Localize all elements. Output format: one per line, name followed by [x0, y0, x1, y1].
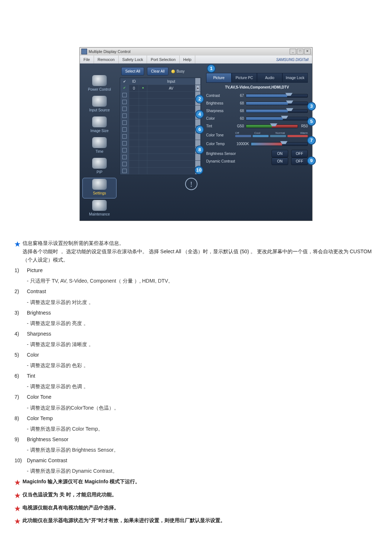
brand-label: SAMSUNG DIGITall [195, 56, 312, 63]
intro-line-2: 选择各个功能时 ， 选定功能的设定值显示在滚动条中。 选择 Select All… [23, 249, 372, 263]
star-icon: ★ [15, 504, 23, 514]
sidebar-item-pip[interactable]: PIP [83, 157, 116, 177]
header-checkbox[interactable]: ✔ [120, 78, 129, 85]
sidebar-item-settings[interactable]: Settings [82, 178, 117, 198]
row-id: 0 [129, 85, 139, 91]
info-icon[interactable]: ! [185, 178, 197, 190]
header-input: Input [147, 78, 195, 85]
grid-row[interactable] [120, 112, 201, 119]
doc-item-sub: - 调整所选显示器的 Dynamic Contrast。 [15, 467, 377, 475]
select-all-button[interactable]: Select All [121, 67, 144, 75]
dynamic-on-button[interactable]: ON [271, 157, 288, 165]
grid-row[interactable] [120, 119, 201, 126]
grid-row[interactable] [120, 147, 201, 154]
maintenance-icon [92, 200, 107, 211]
menubar: File Remocon Safety Lock Port Selection … [80, 56, 312, 63]
doc-item: 2)Contrast [15, 287, 377, 296]
sidebar-item-time[interactable]: Time [83, 136, 116, 156]
pip-icon [92, 158, 107, 169]
row-dynamic-contrast: Dynamic Contrast ONOFF [206, 157, 308, 165]
grid-row[interactable]: 0 AV ▲ [120, 85, 201, 92]
mode-label: TV,AV,S-Video,Component,HDMI,DTV [206, 83, 308, 92]
sidebar-item-maintenance[interactable]: Maintenance [83, 199, 116, 219]
tab-audio[interactable]: Audio [257, 73, 282, 83]
scroll-up-button[interactable]: ▲ [196, 85, 200, 91]
grid-row[interactable] [120, 168, 201, 175]
color-temp-slider[interactable] [251, 142, 308, 146]
grid-row[interactable] [120, 154, 201, 161]
row-color-tone: Color Tone OffCoolNormalWarm [206, 130, 308, 140]
tab-picture-pc[interactable]: Picture PC [232, 73, 257, 83]
doc-item: 9)Brightness Sensor [15, 435, 377, 444]
grid-row[interactable] [120, 126, 201, 133]
sensor-on-button[interactable]: ON [271, 150, 288, 157]
time-icon [92, 137, 107, 148]
doc-item-sub: - 调整选定显示器的 对比度 。 [15, 298, 377, 307]
grid-row[interactable] [120, 99, 201, 106]
brightness-slider[interactable] [246, 102, 308, 105]
star-icon: ★ [15, 516, 23, 527]
row-checkbox[interactable] [120, 85, 129, 91]
header-status-icon [139, 78, 147, 85]
callout-1: 1 [207, 64, 216, 73]
tint-slider[interactable] [246, 124, 298, 128]
callout-2: 2 [195, 95, 204, 103]
color-slider[interactable] [246, 117, 308, 120]
titlebar: Multiple Display Control _ □ ✕ [80, 48, 312, 56]
menu-safety-lock[interactable]: Safety Lock [119, 56, 147, 63]
menu-remocon[interactable]: Remocon [94, 56, 119, 63]
doc-item: 3)Brightness [15, 309, 377, 317]
doc-item-sub: - 调整选定显示器的 亮度 。 [15, 319, 377, 328]
sidebar: Power Control Input Source Image Size Ti… [81, 65, 118, 219]
callout-8: 8 [195, 145, 204, 154]
grid-row[interactable] [120, 106, 201, 112]
star-icon: ★ [15, 477, 23, 488]
minimize-button[interactable]: _ [290, 49, 296, 54]
menu-help[interactable]: Help [180, 56, 196, 63]
busy-icon [171, 70, 175, 73]
callout-3: 3 [307, 102, 316, 111]
sidebar-item-image-size[interactable]: Image Size [83, 116, 116, 136]
sensor-off-button[interactable]: OFF [291, 150, 308, 157]
doc-item-sub: - 只适用于 TV, AV, S-Video, Component（ 分量 ）,… [15, 277, 377, 285]
tabs: Picture Picture PC Audio Image Lock [206, 73, 308, 83]
callout-5: 5 [307, 117, 316, 126]
row-status-icon [139, 85, 147, 91]
grid-row[interactable] [120, 140, 201, 147]
intro-line-1: 信息窗格显示设置控制所需的某些基本信息。 [23, 240, 124, 246]
callout-9: 9 [307, 156, 316, 165]
sidebar-item-power-control[interactable]: Power Control [83, 74, 116, 94]
callout-4: 4 [195, 110, 204, 119]
sharpness-slider[interactable] [246, 109, 308, 113]
doc-item: 4)Sharpness [15, 330, 377, 338]
doc-item: 6)Tint [15, 372, 377, 380]
detail-panel: 1 Picture Picture PC Audio Image Lock TV… [203, 65, 311, 219]
grid-row[interactable] [120, 92, 201, 99]
doc-item-sub: - 调整选定显示器的 色彩 。 [15, 361, 377, 370]
contrast-slider[interactable] [246, 94, 308, 98]
row-contrast: Contrast 67 [206, 92, 308, 99]
star-note: ★此功能仅在显示器电源状态为"开"时才有效，如果未进行设置，则使用出厂默认显示设… [15, 516, 377, 527]
tab-picture[interactable]: Picture [206, 73, 232, 83]
app-icon [81, 49, 87, 54]
power-icon [92, 75, 107, 86]
maximize-button[interactable]: □ [297, 49, 303, 54]
row-color-temp: Color Temp 10000K [206, 140, 308, 148]
doc-item: 5)Color [15, 351, 377, 359]
tab-image-lock[interactable]: Image Lock [282, 73, 308, 83]
star-icon: ★ [15, 239, 23, 264]
doc-item: 1)Picture [15, 266, 377, 275]
dynamic-off-button[interactable]: OFF [291, 157, 308, 165]
input-source-icon [92, 96, 107, 107]
grid-row[interactable] [120, 161, 201, 168]
doc-item-sub: - 调整所选显示器的 Color Temp。 [15, 425, 377, 433]
grid-header: ✔ ID Input [120, 78, 201, 85]
menu-port-selection[interactable]: Port Selection [147, 56, 179, 63]
row-brightness: Brightness 68 [206, 99, 308, 107]
clear-all-button[interactable]: Clear All [147, 67, 168, 75]
close-button[interactable]: ✕ [304, 49, 311, 54]
color-tone-selector[interactable]: OffCoolNormalWarm [235, 133, 308, 137]
menu-file[interactable]: File [80, 56, 94, 63]
grid-row[interactable] [120, 133, 201, 140]
sidebar-item-input-source[interactable]: Input Source [83, 95, 116, 115]
